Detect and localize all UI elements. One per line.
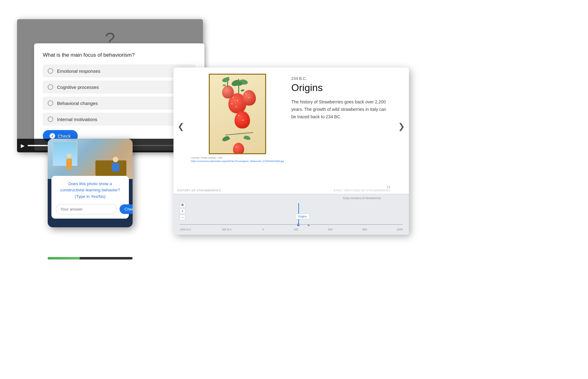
right-chevron-icon: ❯ (398, 122, 405, 131)
left-chevron-icon: ❮ (178, 122, 184, 131)
quiz-radio-1[interactable] (48, 68, 53, 74)
nav-arrow-left[interactable]: ❮ (173, 68, 188, 185)
quiz-option-2[interactable]: Cognitive processes (43, 81, 196, 94)
quiz-radio-4[interactable] (48, 116, 53, 122)
zoom-in-button[interactable]: + (180, 208, 185, 214)
person-head (113, 157, 118, 162)
tick-1000: 1000 (397, 228, 403, 231)
timeline-label-top: Early mentions of Strawberries (343, 197, 381, 200)
mobile-card-inner: Does this photo show a constructivist le… (51, 176, 129, 219)
left-nav-label: HISTORY OF STRAWBERRIES (177, 189, 221, 192)
page-number: 23 (387, 185, 390, 189)
quiz-check-label: Check (58, 133, 71, 139)
tick-500: 500 (328, 228, 332, 231)
play-button[interactable]: ▶ (21, 143, 24, 149)
zoom-pan-button[interactable]: ✥ (180, 202, 185, 208)
zoom-out-button[interactable]: − (180, 215, 185, 220)
classroom-person (111, 157, 120, 172)
nav-arrow-right[interactable]: ❯ (394, 68, 409, 185)
mobile-progress-fill (48, 257, 80, 259)
quiz-option-4-label: Internal motivations (57, 117, 97, 122)
quiz-radio-2[interactable] (48, 84, 53, 90)
timeline-section: Early mentions of Strawberries ✥ + − Ori… (173, 194, 409, 235)
mobile-progress-wrapper (48, 257, 133, 259)
mobile-progress-track (48, 257, 133, 259)
person-body (112, 163, 119, 172)
tick-0: 0 (262, 228, 264, 231)
license-url[interactable]: https://commons.wikimedia.org/wiki/File:… (191, 160, 284, 163)
year-label: 234 B.C. (291, 76, 387, 81)
mobile-input-row: Check (56, 204, 125, 214)
tick-900: 900 (362, 228, 367, 231)
tick-100: 100 (293, 228, 298, 231)
mobile-check-button[interactable]: Check (120, 204, 133, 214)
strawberry-image-area: License: Public domain. URL: https://com… (188, 68, 286, 185)
timeline-origin-box[interactable]: Origins (295, 214, 310, 219)
tick-1000bc: 1000 B.C. (180, 228, 192, 231)
quiz-option-1-label: Emotional responses (57, 68, 100, 74)
strawberry-panel: ❮ (173, 68, 409, 235)
license-text: License: Public domain. URL: https://com… (188, 154, 286, 163)
zoom-controls: ✥ + − (180, 202, 185, 220)
right-nav-label: Early mentions of Strawberries (334, 189, 390, 192)
quiz-option-2-label: Cognitive processes (57, 85, 99, 90)
timeline-axis (180, 224, 403, 225)
origins-description: The history of Strawberries goes back ov… (291, 98, 387, 120)
quiz-option-3[interactable]: Behavioral changes (43, 97, 196, 110)
panel-bottom-labels: HISTORY OF STRAWBERRIES 23 Early mention… (173, 185, 409, 194)
origins-title: Origins (291, 82, 387, 94)
mobile-question: Does this photo show a constructivist le… (56, 181, 125, 200)
strawberry-painting (209, 74, 266, 154)
classroom-window (53, 141, 77, 166)
strawberry-main-content: ❮ (173, 68, 409, 185)
quiz-radio-3[interactable] (48, 100, 53, 106)
mobile-panel: Does this photo show a constructivist le… (48, 139, 133, 227)
quiz-question: What is the main focus of behaviorism? (43, 52, 196, 58)
quiz-option-3-label: Behavioral changes (57, 101, 98, 106)
strawberry-text-content: 234 B.C. Origins The history of Strawber… (286, 68, 394, 185)
timeline-tick-labels: 1000 B.C. 300 B.C. 0 100 500 900 1000 (180, 228, 403, 231)
check-icon (50, 133, 55, 139)
quiz-option-4[interactable]: Internal motivations (43, 113, 196, 126)
classroom-photo (48, 139, 133, 179)
quiz-option-1[interactable]: Emotional responses (43, 64, 196, 77)
mobile-answer-input[interactable] (56, 204, 117, 214)
tick-300bc: 300 B.C. (222, 228, 233, 231)
